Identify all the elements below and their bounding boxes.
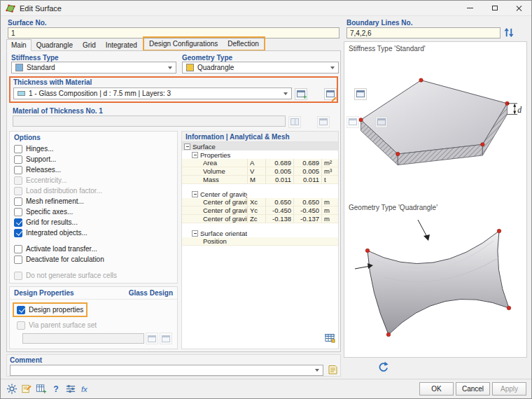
option-mesh-refinement[interactable]: Mesh refinement... [10,196,177,206]
edit-dialog-icon [349,118,357,125]
tab-bar: Main Quadrangle Grid Integrated Design C… [6,39,265,51]
close-button[interactable] [507,1,531,15]
checkbox-icon [14,155,22,164]
via-parent-surface-set-checkbox: Via parent surface set [13,320,177,330]
tab-integrated[interactable]: Integrated [101,39,142,51]
option-hinges[interactable]: Hinges... [10,144,177,154]
info-group-label: Surface orientation [200,230,247,237]
minimize-button[interactable] [458,1,482,15]
info-group-row: Properties [182,150,338,159]
title-bar: Edit Surface [1,1,531,16]
information-title: Information | Analytical & Mesh [186,133,290,141]
app-surface-icon [6,4,15,13]
ok-button[interactable]: OK [419,382,454,396]
new-table-button[interactable]: + [35,383,48,395]
tab-deflection[interactable]: Deflection [223,38,263,50]
thickness-label: Thickness with Material [13,78,92,86]
checkbox-icon [14,218,22,227]
cancel-button[interactable]: Cancel [456,382,490,396]
new-material-button[interactable] [317,116,330,128]
tree-collapse-icon[interactable] [192,230,198,237]
tab-design-configurations[interactable]: Design Configurations [144,38,223,50]
footer-bar: + ? fx OK Cancel Apply [1,379,531,398]
checkbox-icon [14,245,22,253]
plus-icon: + [303,94,307,101]
info-group-label: Properties [200,151,230,159]
design-properties-checkbox[interactable]: Design properties [15,304,83,315]
new-dialog-icon [148,335,156,342]
tab-grid[interactable]: Grid [78,39,101,51]
info-row-cog-y: Center of gravity Yc -0.450 -0.450 m [182,206,338,215]
material-input [13,115,286,127]
tab-main[interactable]: Main [6,39,31,51]
edit-surface-set-button[interactable] [160,332,172,344]
edit-comment-button[interactable] [20,383,33,395]
context-help-button[interactable]: ? [50,383,62,395]
option-activate-load-transfer[interactable]: Activate load transfer... [10,244,177,254]
comment-combobox[interactable] [10,365,323,376]
geometry-type-dropdown[interactable]: Quadrangle [182,62,339,74]
gear-icon [6,383,18,395]
sliders-icon [65,383,76,395]
info-root-label: Surface [192,143,216,150]
info-export-table-button[interactable] [325,333,335,346]
material-library-button[interactable] [288,116,301,128]
edit-thickness-button[interactable] [324,88,337,100]
edit-material-button[interactable] [346,116,359,128]
info-group-row: Center of gravity [182,190,338,198]
stiffness-type-dropdown[interactable]: Standard [11,62,176,74]
design-properties-panel: Design Properties Glass Design Design pr… [9,286,178,349]
dialog-icon [377,118,386,125]
library-book-icon [290,118,299,125]
window-controls [458,1,531,15]
maximize-button[interactable] [482,1,507,15]
info-row-position: Position [182,237,338,246]
tab-quadrangle[interactable]: Quadrangle [31,39,78,51]
renumber-lines-button[interactable] [503,27,515,38]
new-thickness-button[interactable]: + [295,88,307,100]
annotation-thickness-highlight: Thickness with Material 1 - Glass Compos… [9,76,338,103]
help-icon: ? [50,383,62,395]
boundary-lines-input[interactable] [346,27,500,38]
tree-collapse-icon[interactable] [192,191,198,197]
thickness-dropdown[interactable]: 1 - Glass Composition | d : 7.5 mm | Lay… [13,88,292,99]
checkbox-icon [14,229,22,237]
material-info-button[interactable] [375,116,388,128]
option-grid-for-results[interactable]: Grid for results... [10,217,177,227]
settings-button[interactable] [6,383,18,395]
regenerate-geometry-button[interactable] [377,361,389,373]
thickness-value: 1 - Glass Composition | d : 7.5 mm | Lay… [29,90,171,97]
comment-templates-button[interactable] [326,364,339,376]
checkbox-icon [17,321,25,330]
display-settings-button[interactable] [64,383,77,395]
preview-panel: Stiffness Type 'Standard' [344,41,527,358]
design-properties-label: Design Properties [14,289,74,297]
thickness-info-button[interactable] [354,88,367,100]
annotation-tabs-highlight: Design Configurations Deflection [143,36,265,51]
option-support[interactable]: Support... [10,154,177,164]
new-surface-set-button[interactable] [146,332,158,344]
checkbox-icon [14,176,22,185]
options-panel: Options Hinges... Support... Releases...… [9,131,178,284]
option-deactivate-for-calculation[interactable]: Deactivate for calculation [10,254,177,265]
table-icon [325,333,335,343]
geometry-preview-image [349,214,522,344]
thickness-layers-icon [18,91,25,96]
dialog-icon [356,90,365,97]
refresh-icon [377,361,388,372]
thickness-dimension-label: d [517,106,522,115]
option-releases[interactable]: Releases... [10,164,177,175]
renumber-icon [503,27,514,38]
apply-button[interactable]: Apply [492,382,526,396]
stiffness-standard-icon [15,64,23,71]
parent-surface-set-input [22,333,144,344]
option-integrated-objects[interactable]: Integrated objects... [10,227,177,238]
tree-collapse-icon[interactable] [192,152,198,158]
checkbox-icon [14,208,22,216]
option-specific-axes[interactable]: Specific axes... [10,206,177,217]
formula-button[interactable]: fx [79,383,92,395]
table-plus-icon: + [36,383,47,395]
checkbox-icon [14,166,22,174]
note-icon [328,365,338,375]
tree-collapse-icon[interactable] [184,144,190,150]
